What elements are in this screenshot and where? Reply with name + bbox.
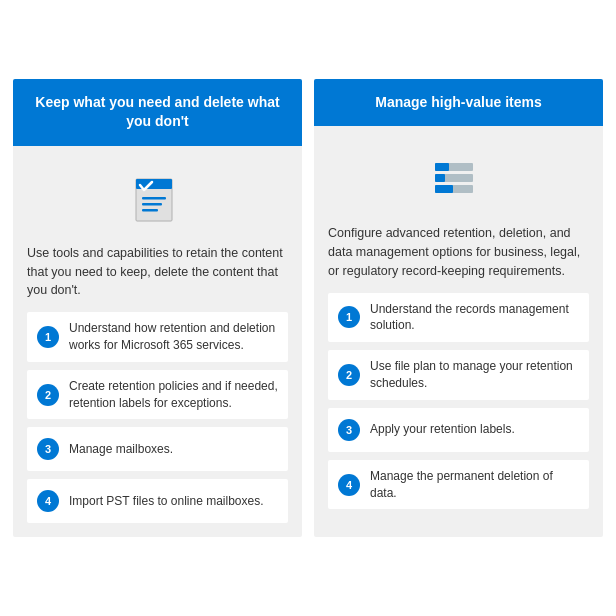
right-icon-area <box>328 142 589 212</box>
left-icon-area <box>27 162 288 232</box>
item-text: Manage mailboxes. <box>69 441 173 458</box>
item-number: 4 <box>37 490 59 512</box>
list-item: 1 Understand the records management solu… <box>328 293 589 343</box>
svg-rect-2 <box>142 197 166 200</box>
right-description: Configure advanced retention, deletion, … <box>328 224 589 280</box>
item-text: Import PST files to online mailboxes. <box>69 493 264 510</box>
item-number: 4 <box>338 474 360 496</box>
left-panel: Keep what you need and delete what you d… <box>13 79 302 538</box>
item-number: 1 <box>37 326 59 348</box>
item-number: 3 <box>37 438 59 460</box>
left-description: Use tools and capabilities to retain the… <box>27 244 288 300</box>
right-panel-header: Manage high-value items <box>314 79 603 127</box>
right-panel-body: Configure advanced retention, deletion, … <box>314 126 603 537</box>
checklist-icon <box>126 165 190 229</box>
svg-rect-6 <box>435 163 449 171</box>
list-item: 2 Use file plan to manage your retention… <box>328 350 589 400</box>
item-number: 3 <box>338 419 360 441</box>
left-panel-body: Use tools and capabilities to retain the… <box>13 146 302 537</box>
list-item: 3 Manage mailboxes. <box>27 427 288 471</box>
left-items-list: 1 Understand how retention and deletion … <box>27 312 288 523</box>
svg-rect-8 <box>435 174 445 182</box>
item-number: 1 <box>338 306 360 328</box>
right-panel: Manage high-value items Configure advan <box>314 79 603 538</box>
right-items-list: 1 Understand the records management solu… <box>328 293 589 510</box>
records-icon <box>427 145 491 209</box>
svg-rect-3 <box>142 203 162 206</box>
list-item: 4 Manage the permanent deletion of data. <box>328 460 589 510</box>
list-item: 4 Import PST files to online mailboxes. <box>27 479 288 523</box>
item-text: Manage the permanent deletion of data. <box>370 468 579 502</box>
right-header-text: Manage high-value items <box>375 94 541 110</box>
item-text: Use file plan to manage your retention s… <box>370 358 579 392</box>
left-header-text: Keep what you need and delete what you d… <box>35 94 279 130</box>
list-item: 1 Understand how retention and deletion … <box>27 312 288 362</box>
item-text: Apply your retention labels. <box>370 421 515 438</box>
svg-rect-10 <box>435 185 453 193</box>
svg-rect-4 <box>142 209 158 212</box>
item-text: Understand the records management soluti… <box>370 301 579 335</box>
item-text: Create retention policies and if needed,… <box>69 378 278 412</box>
list-item: 3 Apply your retention labels. <box>328 408 589 452</box>
item-number: 2 <box>338 364 360 386</box>
list-item: 2 Create retention policies and if neede… <box>27 370 288 420</box>
main-container: Keep what you need and delete what you d… <box>13 79 603 538</box>
left-panel-header: Keep what you need and delete what you d… <box>13 79 302 146</box>
item-number: 2 <box>37 384 59 406</box>
item-text: Understand how retention and deletion wo… <box>69 320 278 354</box>
